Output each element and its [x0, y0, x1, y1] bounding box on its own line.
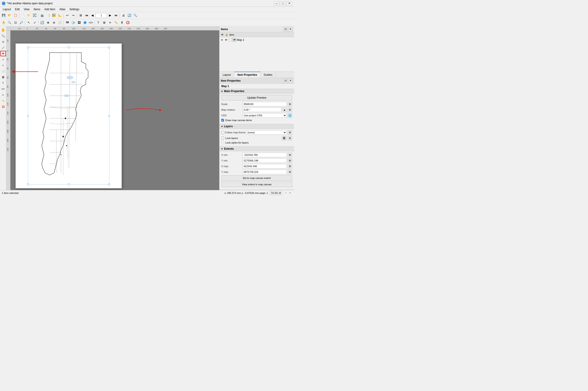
next-page-button[interactable]: ⏭	[113, 13, 119, 18]
zoom-out2-tool[interactable]: ⊖	[51, 20, 57, 25]
map-rotation-override-icon[interactable]: ⚙	[288, 107, 292, 112]
add-label-tool[interactable]: T	[96, 20, 101, 25]
export-svg-button[interactable]: 📐	[57, 13, 63, 18]
zoom-rect-tool[interactable]: ⬜	[57, 20, 63, 25]
items-restore-button[interactable]: ⊡	[283, 27, 288, 31]
minimize-button[interactable]: —	[274, 1, 279, 6]
handle-tr[interactable]	[108, 46, 110, 48]
lock-styles-checkbox[interactable]	[221, 141, 224, 144]
add-html-tool[interactable]: </>	[88, 20, 94, 25]
set-extent-button[interactable]: Set to map canvas extent	[221, 175, 292, 181]
zoom-full-button[interactable]: ⊞	[78, 13, 83, 18]
add-north-tool[interactable]: ⬆	[119, 20, 125, 25]
close-button[interactable]: ✕	[286, 1, 292, 6]
forward-button[interactable]: ▶	[107, 13, 113, 18]
menu-view[interactable]: View	[22, 7, 31, 11]
zoom-select[interactable]: 25% 50% 74.3% 100% 150% 200%	[270, 191, 282, 195]
canvas-area[interactable]: -20 0 20 40 60 80 100 120 140 160 180 20…	[6, 26, 219, 190]
update-preview-button[interactable]: Update Preview	[221, 95, 292, 100]
back-button[interactable]: ◀	[90, 13, 95, 18]
move-item-tool[interactable]: ✛	[0, 51, 6, 56]
zoom-in-left-tool[interactable]: 🔍	[0, 33, 6, 39]
add-table-tool[interactable]: ⊞	[101, 20, 107, 25]
handle-lm[interactable]	[27, 115, 29, 117]
add-image-tool[interactable]: 🖼	[76, 20, 82, 25]
print-button[interactable]: 🖨️	[39, 13, 45, 18]
map-rotation-up-icon[interactable]: ▲	[282, 107, 287, 112]
zoom-select-left-tool[interactable]: 🔎	[0, 45, 6, 50]
tab-layout[interactable]: Layout	[219, 72, 234, 78]
menu-atlas[interactable]: Atlas	[58, 7, 67, 11]
zoom-fit-tool[interactable]: ⊡	[13, 20, 18, 25]
add-legend-tool[interactable]: ≡	[107, 20, 113, 25]
add-3d-tool[interactable]: 🧊	[70, 20, 76, 25]
follow-theme-select[interactable]: (none)	[247, 130, 287, 135]
refresh2-tool[interactable]: 🔃	[39, 20, 45, 25]
page-input[interactable]: 1	[96, 13, 107, 18]
add-legend-left-tool[interactable]: ≡	[0, 92, 6, 98]
tab-item-properties[interactable]: Item Properties	[234, 72, 261, 78]
open-button[interactable]: 📂	[7, 13, 12, 18]
handle-bm[interactable]	[68, 184, 69, 185]
props-close-button[interactable]: ✕	[288, 79, 293, 83]
zoom-fit-left-tool[interactable]: ⊡	[0, 39, 6, 44]
scale-override-icon[interactable]: ⚙	[288, 102, 292, 106]
save-template-button[interactable]: 💽	[32, 13, 37, 18]
ymax-override-icon[interactable]: ⚙	[288, 170, 292, 174]
ymax-input[interactable]	[243, 170, 287, 174]
zoom-select-tool[interactable]: 🔎	[19, 20, 24, 25]
handle-br[interactable]	[108, 184, 110, 185]
section-extents[interactable]: ▼ Extents	[219, 146, 294, 151]
pan-tool[interactable]: ✋	[1, 20, 6, 25]
tree-expand-icon[interactable]: ▼	[220, 38, 224, 41]
follow-theme-checkbox[interactable]	[221, 131, 224, 134]
new-button[interactable]: 📄	[20, 13, 26, 18]
redo-button[interactable]: ↪	[70, 13, 76, 18]
export-image-button[interactable]: 🖼️	[51, 13, 57, 18]
undo-button[interactable]: ↩	[65, 13, 70, 18]
lock-layers-override-icon[interactable]: ⚙	[288, 136, 292, 140]
tab-guides[interactable]: Guides	[261, 72, 276, 78]
crs-select[interactable]: Use project CRS	[243, 113, 287, 118]
ymin-override-icon[interactable]: ⚙	[288, 158, 292, 163]
add-map-left-tool[interactable]: ⬜	[0, 69, 6, 74]
ymin-input[interactable]	[243, 158, 287, 163]
select-move-tool[interactable]: ↖	[26, 20, 31, 25]
handle-bl[interactable]	[27, 184, 29, 185]
props-scroll-area[interactable]: Map 1 ▼ Main Properties Update Preview S…	[219, 84, 294, 190]
handle-tm[interactable]	[68, 46, 69, 48]
map1-lock-toggle[interactable]	[229, 38, 232, 41]
add-shape-tool[interactable]: ⭕	[125, 20, 131, 25]
add-scalebar-left-tool[interactable]: 📏	[0, 98, 6, 103]
map-rotation-input[interactable]	[243, 107, 281, 112]
open-template-button[interactable]: 📁	[26, 13, 31, 18]
xmin-input[interactable]	[243, 153, 287, 157]
handle-tl[interactable]	[27, 46, 29, 48]
menu-add-item[interactable]: Add Item	[43, 7, 57, 11]
section-main-properties[interactable]: ▼ Main Properties	[219, 89, 294, 94]
crs-btn-icon[interactable]: 🌐	[288, 113, 292, 118]
menu-settings[interactable]: Settings	[68, 7, 81, 11]
zoom-in-tool[interactable]: 🔍	[7, 20, 12, 25]
follow-theme-icon[interactable]: ⚙	[288, 130, 292, 135]
maximize-button[interactable]: □	[280, 1, 286, 6]
view-extent-button[interactable]: View extent in map canvas	[221, 182, 292, 187]
print2-button[interactable]: 🖨	[121, 13, 126, 18]
draw-canvas-checkbox[interactable]	[221, 119, 224, 121]
xmin-override-icon[interactable]: ⚙	[288, 153, 292, 157]
add-map-tool[interactable]: 🗺	[65, 20, 70, 25]
prev-page-button[interactable]: ⏮	[84, 13, 89, 18]
zoom-inout-button[interactable]: 🔍	[132, 13, 138, 18]
add-polygon-left-tool[interactable]: T	[0, 80, 6, 86]
export-pdf-button[interactable]: 📑	[45, 13, 51, 18]
add-scalebar-tool[interactable]: 📏	[113, 20, 119, 25]
add-north-left-tool[interactable]: ⭕	[0, 104, 6, 109]
items-close-button[interactable]: ✕	[288, 27, 293, 31]
resize-tool[interactable]: ⤢	[32, 20, 37, 25]
save-as-button[interactable]: 📋	[13, 13, 18, 18]
edit-nodes-tool[interactable]: ⤢	[0, 57, 6, 62]
handle-rm[interactable]	[108, 115, 110, 117]
add-image-left-tool[interactable]: 🖼	[0, 74, 6, 80]
refresh-button[interactable]: 🔄	[127, 13, 132, 18]
title-bar-controls[interactable]: — □ ✕	[274, 1, 292, 6]
